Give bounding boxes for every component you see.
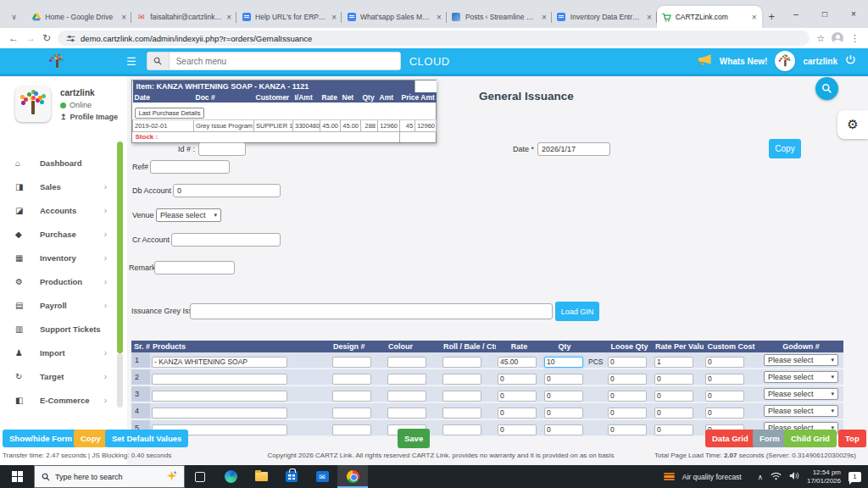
- remarks-input[interactable]: [154, 261, 235, 274]
- godown-select[interactable]: Please select▾: [764, 388, 838, 400]
- data-grid-button[interactable]: Data Grid: [705, 430, 755, 447]
- design-input[interactable]: [332, 391, 371, 402]
- url-field[interactable]: demo.cartzlink.com/admin/indexyii.php?r=…: [58, 30, 810, 46]
- browser-tab-posts[interactable]: Posts ‹ Streamline Syst ×: [447, 6, 552, 28]
- sidebar-item-support-tickets[interactable]: ▥Support Tickets: [0, 317, 117, 341]
- child-grid-button[interactable]: Child Grid: [784, 430, 837, 447]
- sidebar-item-purchase[interactable]: ◆Purchase›: [0, 222, 117, 246]
- volume-icon[interactable]: [789, 471, 799, 482]
- bookmark-star-icon[interactable]: ☆: [816, 33, 825, 44]
- rate-input[interactable]: [498, 357, 537, 368]
- sidebar-item-target[interactable]: ↻Target›: [0, 364, 117, 388]
- colour-input[interactable]: [387, 374, 426, 385]
- design-input[interactable]: [332, 357, 371, 368]
- cr-account-input[interactable]: [171, 233, 281, 247]
- taskbar-chrome-button[interactable]: [337, 465, 368, 488]
- qty-input[interactable]: [544, 391, 583, 402]
- browser-tab-google-drive[interactable]: Home - Google Drive ×: [26, 6, 131, 28]
- browser-tab-whatsapp-sales[interactable]: What'sapp Sales Mess ×: [342, 6, 447, 28]
- rate-per-value-input[interactable]: [654, 357, 693, 368]
- roll-bale-ctn-input[interactable]: [442, 374, 481, 385]
- rate-per-value-input[interactable]: [654, 374, 693, 385]
- roll-bale-ctn-input[interactable]: [442, 391, 481, 402]
- colour-input[interactable]: [387, 408, 426, 419]
- grey-issue-input[interactable]: [190, 303, 553, 319]
- product-input[interactable]: [152, 391, 287, 402]
- last-purchase-details-tab[interactable]: Last Purchase Details: [135, 108, 205, 119]
- notification-center-icon[interactable]: 1: [849, 472, 861, 482]
- forward-icon[interactable]: →: [25, 32, 36, 44]
- top-button[interactable]: Top: [838, 430, 866, 447]
- product-input[interactable]: [152, 357, 287, 368]
- back-icon[interactable]: ←: [8, 32, 19, 44]
- rate-per-value-input[interactable]: [654, 424, 693, 435]
- search-fab-button[interactable]: [815, 77, 838, 100]
- profile-image-link[interactable]: Profile Image: [70, 113, 119, 121]
- taskbar-edge-button[interactable]: [215, 465, 246, 488]
- show-hide-form-button[interactable]: Show/hide Form: [3, 430, 79, 447]
- qty-input[interactable]: [544, 424, 583, 435]
- id-input[interactable]: [198, 142, 246, 156]
- browser-tab-cartzlink-active[interactable]: CARTZLink.com ×: [657, 6, 762, 28]
- qty-input[interactable]: [544, 408, 583, 419]
- browser-tab-help-urls[interactable]: Help URL's for ERP Sys ×: [236, 6, 342, 28]
- sidebar-scrollbar-thumb[interactable]: [117, 141, 123, 353]
- qty-input[interactable]: [544, 357, 583, 368]
- restore-icon[interactable]: □: [810, 0, 839, 28]
- loose-qty-input[interactable]: [608, 357, 647, 368]
- sidebar-item-e-commerce[interactable]: ◧E-Commerce›: [0, 388, 117, 412]
- roll-bale-ctn-input[interactable]: [442, 424, 481, 435]
- user-avatar[interactable]: [775, 51, 795, 71]
- custom-cost-input[interactable]: [705, 408, 744, 419]
- close-tab-icon[interactable]: ×: [752, 13, 757, 22]
- whats-new-link[interactable]: Whats New!: [720, 57, 768, 66]
- sidebar-item-dashboard[interactable]: ⌂Dashboard: [0, 151, 117, 175]
- rate-per-value-input[interactable]: [654, 391, 693, 402]
- task-view-button[interactable]: [185, 465, 215, 488]
- product-input[interactable]: [152, 374, 287, 385]
- rate-input[interactable]: [498, 374, 537, 385]
- rate-input[interactable]: [498, 408, 537, 419]
- roll-bale-ctn-input[interactable]: [442, 408, 481, 419]
- colour-input[interactable]: [387, 391, 426, 402]
- tray-chevron-icon[interactable]: ∧: [758, 473, 763, 481]
- new-tab-button[interactable]: +: [762, 6, 782, 26]
- close-tab-icon[interactable]: ×: [437, 13, 442, 22]
- close-tab-icon[interactable]: ×: [542, 13, 547, 22]
- hamburger-menu-icon[interactable]: ☰: [126, 55, 136, 68]
- sidebar-item-production[interactable]: ⚙Production›: [0, 269, 117, 293]
- db-account-input[interactable]: [173, 184, 281, 197]
- sidebar-item-accounts[interactable]: ◪Accounts›: [0, 198, 117, 222]
- copy-button[interactable]: Copy: [769, 139, 801, 158]
- settings-gear-button[interactable]: ⚙: [837, 110, 868, 139]
- loose-qty-input[interactable]: [608, 408, 647, 419]
- qty-input[interactable]: [544, 374, 583, 385]
- sidebar-scrollbar-track[interactable]: [117, 353, 123, 408]
- set-default-values-button[interactable]: Set Default Values: [105, 430, 188, 447]
- venue-select[interactable]: Please select▾: [156, 208, 221, 222]
- sidebar-item-sales[interactable]: ◨Sales›: [0, 175, 117, 198]
- reload-icon[interactable]: ↻: [42, 32, 51, 44]
- colour-input[interactable]: [387, 357, 426, 368]
- loose-qty-input[interactable]: [608, 391, 647, 402]
- rate-per-value-input[interactable]: [654, 408, 693, 419]
- sidebar-item-inventory[interactable]: ▦Inventory›: [0, 246, 117, 269]
- browser-menu-icon[interactable]: ⋮: [850, 33, 860, 44]
- godown-select[interactable]: Please select▾: [764, 405, 838, 417]
- tab-search-chevron-icon[interactable]: ∨: [3, 6, 25, 27]
- product-input[interactable]: [152, 408, 287, 419]
- taskbar-store-button[interactable]: [276, 465, 307, 488]
- custom-cost-input[interactable]: [705, 391, 744, 402]
- close-window-icon[interactable]: ×: [839, 0, 868, 28]
- form-button[interactable]: Form: [753, 430, 787, 447]
- ref-input[interactable]: [150, 160, 230, 174]
- menu-search-input[interactable]: [170, 53, 400, 69]
- taskbar-search[interactable]: Type here to search: [34, 465, 185, 488]
- date-input[interactable]: [537, 142, 610, 156]
- taskbar-clock[interactable]: 12:54 pm 17/01/2026: [807, 469, 841, 485]
- godown-select[interactable]: Please select▾: [764, 371, 838, 383]
- browser-tab-inventory-doc[interactable]: Inventory Data Entry M ×: [552, 6, 657, 28]
- design-input[interactable]: [332, 408, 371, 419]
- sidebar-item-import[interactable]: ♟Import›: [0, 341, 117, 364]
- sidebar-item-payroll[interactable]: ▤Payroll›: [0, 293, 117, 317]
